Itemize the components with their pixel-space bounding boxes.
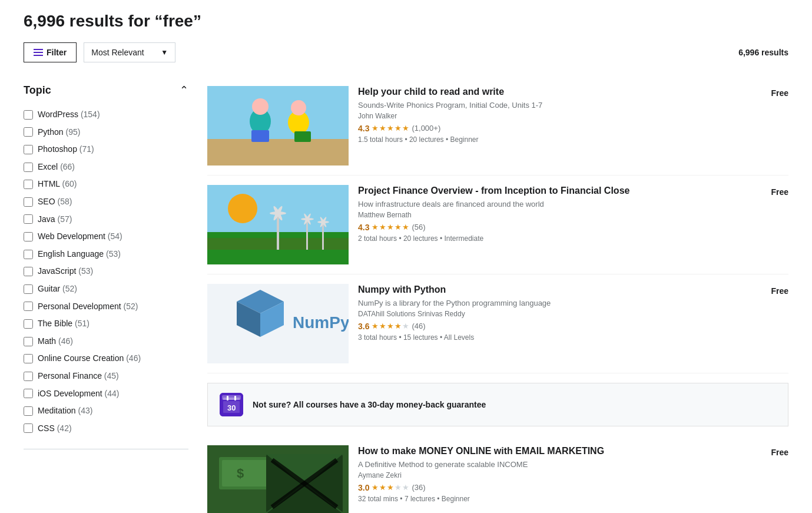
topic-item[interactable]: The Bible (51) bbox=[24, 315, 188, 333]
topic-item[interactable]: Python (95) bbox=[24, 124, 188, 141]
rating-number: 4.3 bbox=[358, 223, 369, 232]
rating-count: (46) bbox=[412, 322, 425, 330]
course-meta: 2 total hours • 20 lectures • Intermedia… bbox=[358, 234, 752, 243]
topic-checkbox[interactable] bbox=[24, 302, 33, 311]
topic-item[interactable]: English Language (53) bbox=[24, 246, 188, 263]
topic-checkbox[interactable] bbox=[24, 214, 33, 224]
course-instructor: DATAhill Solutions Srinivas Reddy bbox=[358, 310, 752, 318]
topic-count: (57) bbox=[57, 214, 72, 224]
rating-number: 3.6 bbox=[358, 322, 369, 331]
course-rating: 4.3 ★★★★★ (1,000+) bbox=[358, 124, 752, 133]
stars: ★★★★★ bbox=[372, 124, 409, 133]
star-full: ★ bbox=[372, 124, 379, 133]
topic-checkbox[interactable] bbox=[24, 337, 33, 346]
course-meta: 3 total hours • 15 lectures • All Levels bbox=[358, 333, 752, 342]
topic-count: (46) bbox=[126, 353, 141, 363]
topic-title: Topic bbox=[24, 84, 51, 97]
topic-label: Photoshop (71) bbox=[38, 144, 94, 155]
topic-checkbox[interactable] bbox=[24, 127, 33, 137]
course-card[interactable]: $ How to make MONEY ONLINE with EMAIL MA… bbox=[207, 436, 788, 513]
topic-section-header[interactable]: Topic ⌃ bbox=[24, 77, 188, 104]
topic-item[interactable]: Personal Development (52) bbox=[24, 298, 188, 316]
guarantee-banner: 30 Not sure? All courses have a 30-day m… bbox=[207, 383, 788, 426]
filter-button[interactable]: Filter bbox=[24, 42, 77, 62]
topic-count: (51) bbox=[75, 319, 90, 328]
course-info: Help your child to read and write Sounds… bbox=[358, 86, 752, 144]
course-info: How to make MONEY ONLINE with EMAIL MARK… bbox=[358, 445, 752, 503]
topic-checkbox[interactable] bbox=[24, 372, 33, 381]
topic-item[interactable]: Online Course Creation (46) bbox=[24, 350, 188, 368]
topic-checkbox[interactable] bbox=[24, 406, 33, 416]
topic-item[interactable]: Excel (66) bbox=[24, 158, 188, 176]
topic-item[interactable]: Photoshop (71) bbox=[24, 141, 188, 158]
filter-label: Filter bbox=[47, 48, 67, 57]
course-info: Numpy with Python NumPy is a library for… bbox=[358, 284, 752, 342]
topic-checkbox[interactable] bbox=[24, 197, 33, 207]
course-card[interactable]: NumPy Numpy with Python NumPy is a libra… bbox=[207, 274, 788, 373]
guarantee-text: Not sure? All courses have a 30-day mone… bbox=[253, 400, 486, 409]
course-meta: 32 total mins • 7 lectures • Beginner bbox=[358, 495, 752, 503]
topic-checkbox[interactable] bbox=[24, 110, 33, 120]
topic-count: (46) bbox=[58, 336, 73, 346]
star-full: ★ bbox=[387, 483, 394, 492]
collapse-icon: ⌃ bbox=[180, 84, 188, 97]
topic-checkbox[interactable] bbox=[24, 145, 33, 154]
topic-checkbox[interactable] bbox=[24, 163, 33, 172]
topic-label: Web Development (54) bbox=[38, 231, 122, 243]
course-card[interactable]: Help your child to read and write Sounds… bbox=[207, 77, 788, 176]
toolbar: Filter Most Relevant Most Reviewed Highe… bbox=[24, 42, 788, 62]
course-list: Help your child to read and write Sounds… bbox=[207, 77, 788, 513]
topic-count: (43) bbox=[78, 406, 92, 415]
topic-item[interactable]: Web Development (54) bbox=[24, 228, 188, 246]
topic-item[interactable]: JavaScript (53) bbox=[24, 263, 188, 280]
topic-checkbox[interactable] bbox=[24, 354, 33, 363]
course-card[interactable]: Project Finance Overview - from Inceptio… bbox=[207, 176, 788, 274]
course-info: Project Finance Overview - from Inceptio… bbox=[358, 185, 752, 243]
results-title: 6,996 results for “free” bbox=[24, 12, 788, 31]
svg-text:30: 30 bbox=[227, 403, 236, 412]
topic-checkbox[interactable] bbox=[24, 389, 33, 398]
topic-item[interactable]: WordPress (154) bbox=[24, 106, 188, 124]
stars: ★★★★★ bbox=[372, 483, 409, 492]
topic-checkbox[interactable] bbox=[24, 232, 33, 241]
sort-dropdown[interactable]: Most Relevant Most Reviewed Highest Rate… bbox=[84, 42, 175, 62]
svg-rect-1 bbox=[207, 139, 349, 166]
topic-section: Topic ⌃ WordPress (154) Python (95) Phot… bbox=[24, 77, 188, 449]
topic-item[interactable]: Guitar (52) bbox=[24, 280, 188, 298]
topic-item[interactable]: Math (46) bbox=[24, 333, 188, 350]
star-full: ★ bbox=[379, 483, 386, 492]
star-full: ★ bbox=[387, 124, 394, 133]
topic-label: iOS Development (44) bbox=[38, 388, 120, 400]
topic-label: Online Course Creation (46) bbox=[38, 353, 141, 365]
star-full: ★ bbox=[372, 223, 379, 231]
topic-checkbox[interactable] bbox=[24, 319, 33, 329]
topic-checkbox[interactable] bbox=[24, 250, 33, 259]
topic-count: (60) bbox=[62, 179, 77, 188]
svg-rect-16 bbox=[306, 220, 308, 250]
topic-item[interactable]: SEO (58) bbox=[24, 193, 188, 211]
course-rating: 4.3 ★★★★★ (56) bbox=[358, 223, 752, 232]
svg-rect-37 bbox=[222, 460, 269, 486]
topic-item[interactable]: Java (57) bbox=[24, 211, 188, 229]
topic-count: (53) bbox=[106, 249, 121, 259]
topic-checkbox[interactable] bbox=[24, 180, 33, 189]
topic-checkbox[interactable] bbox=[24, 267, 33, 276]
topic-list: WordPress (154) Python (95) Photoshop (7… bbox=[24, 104, 188, 439]
topic-item[interactable]: HTML (60) bbox=[24, 176, 188, 193]
svg-text:$: $ bbox=[237, 466, 244, 481]
rating-count: (36) bbox=[412, 483, 425, 492]
topic-item[interactable]: Meditation (43) bbox=[24, 402, 188, 420]
topic-checkbox[interactable] bbox=[24, 423, 33, 433]
topic-item[interactable]: Personal Finance (45) bbox=[24, 368, 188, 385]
svg-text:NumPy: NumPy bbox=[293, 313, 349, 332]
course-instructor: Aymane Zekri bbox=[358, 471, 752, 479]
star-half: ★ bbox=[402, 124, 409, 133]
topic-checkbox[interactable] bbox=[24, 284, 33, 294]
course-subtitle: How infrastructure deals are financed ar… bbox=[358, 200, 752, 208]
course-subtitle: A Definitive Method to generate scalable… bbox=[358, 460, 752, 469]
sort-select-input[interactable]: Most Relevant Most Reviewed Highest Rate… bbox=[91, 48, 157, 57]
topic-item[interactable]: iOS Development (44) bbox=[24, 385, 188, 403]
topic-label: WordPress (154) bbox=[38, 109, 100, 121]
topic-item[interactable]: CSS (42) bbox=[24, 420, 188, 438]
topic-label: Meditation (43) bbox=[38, 405, 92, 417]
